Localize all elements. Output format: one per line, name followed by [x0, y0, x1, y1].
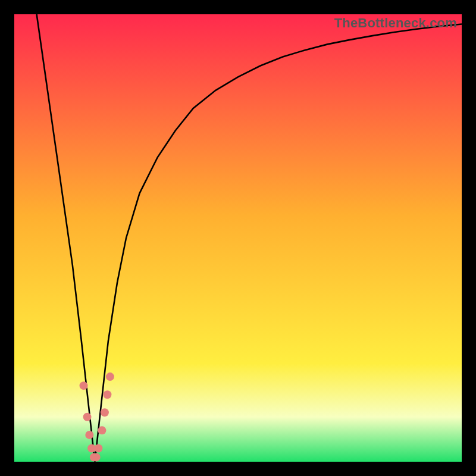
bottleneck-chart	[14, 14, 462, 462]
gradient-background	[14, 14, 462, 462]
data-dot	[83, 413, 92, 421]
data-dot	[94, 444, 102, 452]
data-dot	[85, 431, 93, 439]
data-dot	[103, 390, 111, 399]
data-dot	[101, 408, 109, 416]
plot-area: TheBottleneck.com	[14, 14, 462, 462]
data-dot	[106, 372, 114, 381]
data-dot	[92, 453, 101, 461]
data-dot	[80, 381, 88, 390]
data-dot	[98, 426, 106, 434]
outer-frame: TheBottleneck.com	[0, 0, 476, 476]
